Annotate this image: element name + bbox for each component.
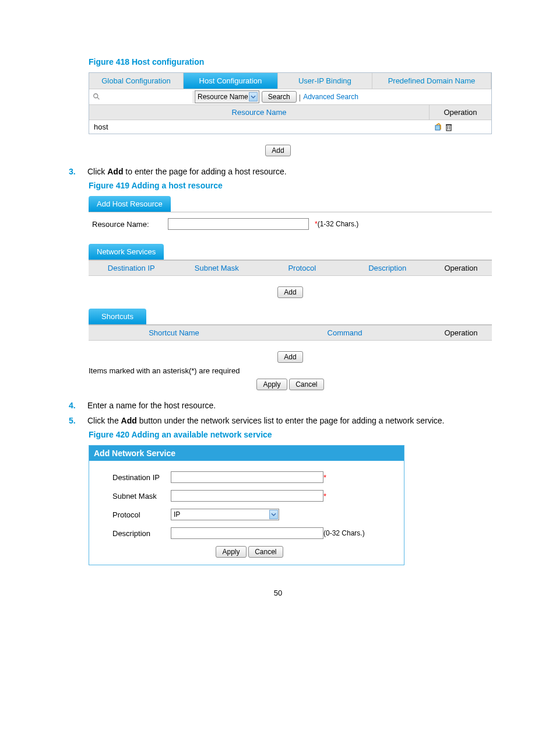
add-shortcut-button[interactable]: Add: [277, 351, 302, 363]
figure-418: Global Configuration Host Configuration …: [89, 72, 492, 134]
cancel-button[interactable]: Cancel: [289, 379, 323, 390]
tab-bar: Global Configuration Host Configuration …: [89, 73, 491, 89]
svg-point-0: [94, 94, 98, 98]
tab-global-configuration[interactable]: Global Configuration: [89, 73, 184, 89]
col-command: Command: [259, 326, 430, 340]
figure-420: Add Network Service Destination IP * Sub…: [89, 445, 404, 565]
table-header: Resource Name Operation: [89, 105, 491, 120]
svg-rect-2: [435, 125, 440, 130]
protocol-row: Protocol IP: [112, 509, 386, 520]
tab-user-ip-binding[interactable]: User-IP Binding: [278, 73, 372, 89]
tab-predefined-domain-name[interactable]: Predefined Domain Name: [372, 73, 491, 89]
col-shortcut-name: Shortcut Name: [89, 326, 259, 340]
description-input[interactable]: [171, 527, 323, 539]
chevron-down-icon: [249, 92, 258, 102]
search-field-value: Resource Name: [198, 93, 248, 101]
resource-name-hint-text: (1-32 Chars.): [318, 220, 359, 228]
page-number: 50: [64, 589, 492, 597]
col-subnet-mask: Subnet Mask: [174, 261, 260, 275]
figure-420-title: Figure 420 Adding an available network s…: [89, 430, 492, 439]
edit-icon[interactable]: [434, 123, 442, 131]
destination-ip-label: Destination IP: [112, 473, 171, 482]
apply-button[interactable]: Apply: [256, 379, 287, 390]
col-operation: Operation: [430, 261, 492, 275]
step-3-bold: Add: [107, 167, 123, 176]
required-mark: *: [323, 473, 326, 482]
subnet-mask-row: Subnet Mask *: [112, 490, 386, 502]
svg-rect-6: [446, 124, 452, 125]
step-3-text-a: Click: [87, 167, 107, 176]
required-mark: *: [323, 492, 326, 501]
figure-419: Add Host Resource Resource Name: *(1-32 …: [89, 196, 492, 390]
cell-operation: [430, 120, 491, 134]
advanced-search-link[interactable]: Advanced Search: [303, 93, 358, 101]
protocol-label: Protocol: [112, 510, 171, 519]
apply-button[interactable]: Apply: [216, 546, 246, 558]
add-host-resource-tab: Add Host Resource: [89, 196, 171, 212]
svg-rect-3: [446, 125, 451, 131]
step-3: Click Add to enter the page for adding a…: [64, 167, 492, 176]
col-resource-name: Resource Name: [89, 105, 429, 120]
shortcuts-header: Shortcut Name Command Operation: [89, 325, 492, 341]
add-network-service-button[interactable]: Add: [277, 286, 302, 298]
search-icon: [93, 93, 101, 101]
required-note: Items marked with an asterisk(*) are req…: [89, 366, 492, 375]
destination-ip-row: Destination IP *: [112, 471, 386, 483]
col-operation: Operation: [430, 326, 492, 340]
separator: |: [299, 93, 301, 102]
shortcuts-tab: Shortcuts: [89, 309, 146, 324]
step-4: Enter a name for the host resource.: [64, 401, 492, 410]
subnet-mask-label: Subnet Mask: [112, 492, 171, 501]
cancel-button[interactable]: Cancel: [248, 546, 283, 558]
resource-name-label: Resource Name:: [92, 220, 162, 229]
resource-name-hint: *(1-32 Chars.): [315, 220, 358, 228]
svg-line-1: [97, 97, 100, 100]
protocol-value: IP: [174, 510, 180, 519]
col-description: Description: [345, 261, 431, 275]
step-4-text: Enter a name for the host resource.: [87, 401, 216, 410]
subnet-mask-input[interactable]: [171, 490, 323, 502]
cell-resource-name: host: [89, 120, 430, 134]
search-bar: Resource Name Search | Advanced Search: [89, 89, 491, 105]
step-3-text-b: to enter the page for adding a host reso…: [123, 167, 286, 176]
table-row: host: [89, 120, 491, 134]
protocol-select[interactable]: IP: [171, 509, 279, 520]
col-operation: Operation: [429, 105, 491, 120]
chevron-down-icon: [269, 510, 278, 519]
trash-icon[interactable]: [445, 123, 453, 131]
destination-ip-input[interactable]: [171, 471, 323, 483]
network-services-tab: Network Services: [89, 244, 164, 260]
search-input[interactable]: [101, 91, 193, 103]
step-5-text-a: Click the: [87, 416, 121, 425]
figure-419-title: Figure 419 Adding a host resource: [89, 181, 492, 190]
network-services-header: Destination IP Subnet Mask Protocol Desc…: [89, 260, 492, 276]
description-label: Description: [112, 529, 171, 538]
step-5-bold: Add: [121, 416, 137, 425]
col-destination-ip: Destination IP: [89, 261, 174, 275]
tab-host-configuration[interactable]: Host Configuration: [184, 73, 278, 89]
search-button[interactable]: Search: [262, 91, 297, 103]
add-network-service-header: Add Network Service: [89, 446, 404, 461]
col-protocol: Protocol: [259, 261, 345, 275]
step-5-text-b: button under the network services list t…: [137, 416, 445, 425]
figure-418-title: Figure 418 Host configuration: [89, 57, 492, 66]
resource-name-row: Resource Name: *(1-32 Chars.): [89, 212, 492, 236]
add-button[interactable]: Add: [265, 145, 290, 156]
description-hint: (0-32 Chars.): [323, 529, 365, 537]
resource-name-input[interactable]: [168, 218, 309, 230]
search-field-select[interactable]: Resource Name: [195, 90, 259, 103]
description-row: Description (0-32 Chars.): [112, 527, 386, 539]
step-5: Click the Add button under the network s…: [64, 416, 492, 425]
